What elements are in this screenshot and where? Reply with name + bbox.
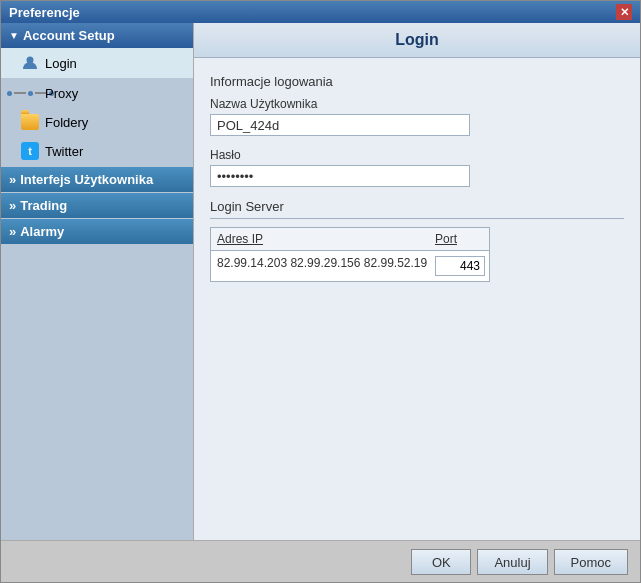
username-group: Nazwa Użytkownika xyxy=(210,97,624,136)
dot1 xyxy=(7,91,12,96)
content-header: Login xyxy=(194,23,640,58)
username-input[interactable] xyxy=(210,114,470,136)
server-port-cell xyxy=(429,254,489,278)
server-table-row: 82.99.14.203 82.99.29.156 82.99.52.19 xyxy=(211,251,489,281)
login-label: Login xyxy=(45,56,77,71)
sidebar-section-alarmy[interactable]: » Alarmy xyxy=(1,219,193,244)
sidebar-item-twitter[interactable]: t Twitter xyxy=(1,136,193,166)
window-title: Preferencje xyxy=(9,5,80,20)
line xyxy=(14,92,26,94)
sidebar-section-account-setup[interactable]: ▼ Account Setup xyxy=(1,23,193,48)
close-button[interactable]: ✕ xyxy=(616,4,632,20)
col-ip-header: Adres IP xyxy=(211,230,429,248)
server-section-label: Login Server xyxy=(210,199,624,219)
server-section: Login Server Adres IP Port 82.99.14.203 … xyxy=(210,199,624,282)
expand-arrow-alarmy-icon: » xyxy=(9,224,16,239)
server-table: Adres IP Port 82.99.14.203 82.99.29.156 … xyxy=(210,227,490,282)
username-label: Nazwa Użytkownika xyxy=(210,97,624,111)
expand-arrow-interfejs-icon: » xyxy=(9,172,16,187)
cancel-button[interactable]: Anuluj xyxy=(477,549,547,575)
main-content: Login Informacje logowania Nazwa Użytkow… xyxy=(194,23,640,540)
password-group: Hasło xyxy=(210,148,624,187)
password-label: Hasło xyxy=(210,148,624,162)
info-section-label: Informacje logowania xyxy=(210,74,624,89)
sidebar-item-login[interactable]: Login xyxy=(1,48,193,78)
twitter-label: Twitter xyxy=(45,144,83,159)
trading-label: Trading xyxy=(20,198,67,213)
content-body: Informacje logowania Nazwa Użytkownika H… xyxy=(194,58,640,540)
help-button[interactable]: Pomoc xyxy=(554,549,628,575)
user-icon xyxy=(21,54,39,72)
proxy-icon xyxy=(21,84,39,102)
sidebar-section-trading[interactable]: » Trading xyxy=(1,193,193,218)
dot2 xyxy=(28,91,33,96)
twitter-icon: t xyxy=(21,142,39,160)
collapse-arrow-icon: ▼ xyxy=(9,30,19,41)
title-bar: Preferencje ✕ xyxy=(1,1,640,23)
password-input[interactable] xyxy=(210,165,470,187)
interfejs-label: Interfejs Użytkownika xyxy=(20,172,153,187)
ok-button[interactable]: OK xyxy=(411,549,471,575)
sidebar-section-interfejs[interactable]: » Interfejs Użytkownika xyxy=(1,167,193,192)
preferences-window: Preferencje ✕ ▼ Account Setup Login xyxy=(0,0,641,583)
content-title: Login xyxy=(210,31,624,49)
proxy-label: Proxy xyxy=(45,86,78,101)
sidebar-item-proxy[interactable]: Proxy xyxy=(1,78,193,108)
account-setup-label: Account Setup xyxy=(23,28,115,43)
server-table-header: Adres IP Port xyxy=(211,228,489,251)
port-input[interactable] xyxy=(435,256,485,276)
window-body: ▼ Account Setup Login xyxy=(1,23,640,540)
foldery-label: Foldery xyxy=(45,115,88,130)
sidebar-item-foldery[interactable]: Foldery xyxy=(1,108,193,136)
footer: OK Anuluj Pomoc xyxy=(1,540,640,582)
folder-icon xyxy=(21,114,39,130)
alarmy-label: Alarmy xyxy=(20,224,64,239)
server-ip-value: 82.99.14.203 82.99.29.156 82.99.52.19 xyxy=(211,254,429,278)
expand-arrow-trading-icon: » xyxy=(9,198,16,213)
sidebar: ▼ Account Setup Login xyxy=(1,23,194,540)
col-port-header: Port xyxy=(429,230,489,248)
